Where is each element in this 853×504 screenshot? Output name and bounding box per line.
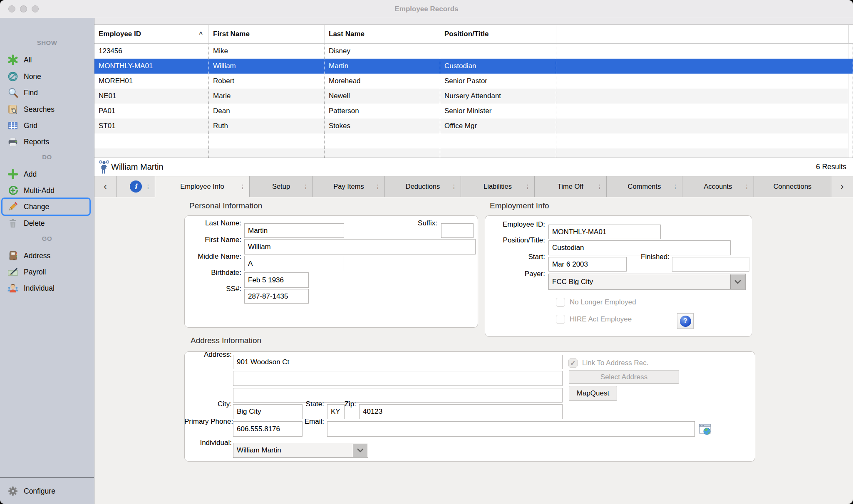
address-line1-field[interactable] xyxy=(233,355,563,369)
chevron-down-icon[interactable] xyxy=(730,274,745,289)
ssn-field[interactable] xyxy=(244,289,309,304)
tab-connections[interactable]: Connections xyxy=(754,176,831,197)
tab-liabilities[interactable]: Liabilities ⋮ xyxy=(461,176,535,197)
tab-info[interactable]: i ⋮ xyxy=(117,176,155,197)
tab-bar: ‹ i ⋮ Employee Info ⋮ Setup ⋮ Pay Items … xyxy=(94,176,853,197)
ssn-label: SS#: xyxy=(184,282,241,296)
zip-field[interactable] xyxy=(359,404,563,419)
plus-icon xyxy=(7,168,19,180)
last-name-field[interactable] xyxy=(244,223,344,238)
sidebar-item-searches[interactable]: Searches xyxy=(0,101,94,117)
column-header-employee-id[interactable]: Employee ID ^ xyxy=(94,25,209,43)
suffix-field[interactable] xyxy=(441,223,474,238)
scroll-search-icon xyxy=(7,103,19,116)
finished-date-field[interactable] xyxy=(672,257,749,272)
chevron-down-icon[interactable] xyxy=(353,444,367,457)
sidebar-item-find[interactable]: Find xyxy=(0,85,94,101)
first-name-field[interactable] xyxy=(244,239,476,254)
tab-menu-dots-icon[interactable]: ⋮ xyxy=(451,183,457,190)
tab-menu-dots-icon[interactable]: ⋮ xyxy=(525,183,531,190)
sidebar-footer-divider xyxy=(0,477,94,478)
sidebar-item-grid[interactable]: Grid xyxy=(0,118,94,133)
sidebar-item-change[interactable]: Change xyxy=(0,199,94,215)
tab-deductions[interactable]: Deductions ⋮ xyxy=(385,176,461,197)
payer-label: Payer: xyxy=(485,266,545,282)
no-longer-employed-label: No Longer Employed xyxy=(570,298,636,307)
table-row-selected[interactable]: MONTHLY-MA01 William Martin Custodian xyxy=(94,59,853,74)
finished-date-label: Finished: xyxy=(631,250,670,264)
payer-dropdown[interactable]: FCC Big City xyxy=(548,274,746,290)
multi-add-icon xyxy=(7,184,19,197)
address-line2-field[interactable] xyxy=(233,371,563,386)
start-date-field[interactable] xyxy=(548,257,627,272)
suffix-label: Suffix: xyxy=(400,216,437,230)
tabs-scroll-right-button[interactable]: › xyxy=(831,176,853,197)
sidebar-item-individual[interactable]: Individual xyxy=(0,280,94,296)
tab-setup[interactable]: Setup ⋮ xyxy=(250,176,313,197)
person-icon xyxy=(7,282,19,294)
link-to-address-checkbox[interactable]: ✓ xyxy=(568,358,578,368)
address-book-icon xyxy=(7,250,19,262)
address-information-title: Address Information xyxy=(191,336,261,345)
sort-ascending-indicator[interactable]: ^ xyxy=(199,25,203,43)
tab-pay-items[interactable]: Pay Items ⋮ xyxy=(313,176,385,197)
none-icon xyxy=(7,70,19,83)
magnifier-icon xyxy=(7,86,19,99)
tab-employee-info[interactable]: Employee Info ⋮ xyxy=(155,176,250,197)
last-name-label: Last Name: xyxy=(184,216,241,230)
no-longer-employed-checkbox[interactable] xyxy=(556,298,565,307)
tab-accounts[interactable]: Accounts ⋮ xyxy=(682,176,754,197)
pencil-icon xyxy=(7,200,19,213)
open-in-browser-icon[interactable] xyxy=(699,424,712,437)
table-row[interactable]: PA01 Dean Patterson Senior Minister xyxy=(94,104,853,119)
hire-act-help-button[interactable]: ? xyxy=(677,313,694,329)
table-row[interactable]: 123456 Mike Disney xyxy=(94,44,853,59)
middle-name-field[interactable] xyxy=(244,256,344,271)
column-header-first-name[interactable]: First Name xyxy=(209,25,325,43)
individual-dropdown[interactable]: William Martin xyxy=(233,443,368,458)
tabs-scroll-left-button[interactable]: ‹ xyxy=(94,176,117,197)
tab-menu-dots-icon[interactable]: ⋮ xyxy=(240,183,245,190)
column-header-last-name[interactable]: Last Name xyxy=(325,25,440,43)
title-bar: Employee Records xyxy=(0,0,853,18)
sidebar-item-multi-add[interactable]: Multi-Add xyxy=(0,183,94,198)
table-row[interactable]: MOREH01 Robert Morehead Senior Pastor xyxy=(94,74,853,89)
tab-time-off[interactable]: Time Off ⋮ xyxy=(535,176,607,197)
hire-act-employee-checkbox[interactable] xyxy=(556,315,565,324)
help-question-icon: ? xyxy=(680,316,691,327)
sidebar-item-delete[interactable]: Delete xyxy=(0,215,94,231)
birthdate-field[interactable] xyxy=(244,272,309,288)
employee-id-field[interactable] xyxy=(548,225,661,239)
tab-menu-dots-icon[interactable]: ⋮ xyxy=(145,183,151,190)
table-row[interactable]: ST01 Ruth Stokes Office Mgr xyxy=(94,119,853,133)
tab-comments[interactable]: Comments ⋮ xyxy=(607,176,682,197)
column-header-position-title[interactable]: Position/Title xyxy=(440,25,556,43)
sidebar: SHOW All None Find xyxy=(0,18,94,504)
tab-menu-dots-icon[interactable]: ⋮ xyxy=(672,183,678,190)
tab-menu-dots-icon[interactable]: ⋮ xyxy=(744,183,750,190)
sidebar-section-show: SHOW xyxy=(0,39,94,46)
sidebar-item-none[interactable]: None xyxy=(0,69,94,84)
sidebar-item-all[interactable]: All xyxy=(0,52,94,68)
table-row-empty[interactable] xyxy=(94,133,853,148)
employee-person-icon xyxy=(99,160,109,176)
window-title: Employee Records xyxy=(0,0,853,18)
info-icon: i xyxy=(130,180,142,193)
personal-information-title: Personal Information xyxy=(189,201,262,210)
sidebar-item-address[interactable]: Address xyxy=(0,248,94,264)
table-row[interactable]: NE01 Marie Newell Nursery Attendant xyxy=(94,89,853,104)
tab-menu-dots-icon[interactable]: ⋮ xyxy=(375,183,381,190)
email-field[interactable] xyxy=(327,421,695,437)
employment-info-title: Employment Info xyxy=(490,201,549,210)
sidebar-item-add[interactable]: Add xyxy=(0,166,94,182)
gear-icon xyxy=(7,485,19,497)
grid-icon xyxy=(7,119,19,132)
first-name-label: First Name: xyxy=(184,232,241,247)
mapquest-button[interactable]: MapQuest xyxy=(569,386,617,401)
sidebar-item-configure[interactable]: Configure xyxy=(0,483,94,499)
sidebar-item-payroll[interactable]: Payroll xyxy=(0,264,94,280)
tab-menu-dots-icon[interactable]: ⋮ xyxy=(303,183,309,190)
sidebar-item-reports[interactable]: Reports xyxy=(0,134,94,150)
tab-menu-dots-icon[interactable]: ⋮ xyxy=(597,183,603,190)
select-address-button[interactable]: Select Address xyxy=(569,370,679,384)
